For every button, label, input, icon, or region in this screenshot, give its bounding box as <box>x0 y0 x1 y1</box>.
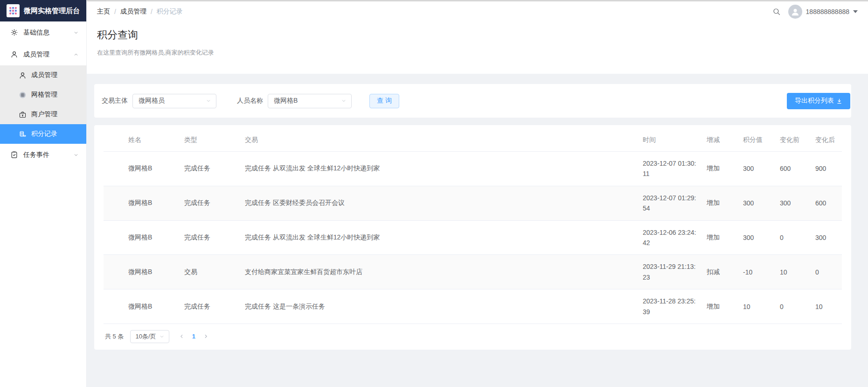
breadcrumb-separator: / <box>114 8 116 15</box>
next-page-button[interactable] <box>199 330 212 343</box>
cell-type: 完成任务 <box>180 220 240 255</box>
cell-type: 完成任务 <box>180 289 240 324</box>
caret-down-icon <box>853 10 858 13</box>
cell-time: 2023-11-28 23:25:39 <box>638 289 702 324</box>
person-select[interactable]: 微网格B <box>268 94 352 108</box>
sidebar: 微网实格管理后台 基础信息 成员管理 成员管理 <box>0 0 87 387</box>
user-menu[interactable]: 188888888888 <box>788 5 858 19</box>
cell-direction: 增加 <box>702 289 738 324</box>
table-row: 微网格B 完成任务 完成任务 从双流出发 全球生鲜12小时快递到家 2023-1… <box>104 152 842 186</box>
chevron-left-icon <box>179 333 185 339</box>
chevron-down-icon <box>206 98 211 104</box>
cell-name: 微网格B <box>104 255 180 289</box>
magnifier-icon <box>772 7 781 16</box>
col-header-direction: 增减 <box>702 129 738 152</box>
cell-points: 10 <box>738 289 775 324</box>
subject-select[interactable]: 微网格员 <box>132 94 216 108</box>
cell-transaction: 完成任务 从双流出发 全球生鲜12小时快递到家 <box>240 220 638 255</box>
table-row: 微网格B 完成任务 完成任务 这是一条演示任务 2023-11-28 23:25… <box>104 289 842 324</box>
app-root: 微网实格管理后台 基础信息 成员管理 成员管理 <box>0 0 868 387</box>
cell-name: 微网格B <box>104 289 180 324</box>
cell-time: 2023-12-07 01:29:54 <box>638 186 702 220</box>
points-table: 姓名 类型 交易 时间 增减 积分值 变化前 变化后 微网格B <box>104 129 842 324</box>
sidebar-subitem-grid-management[interactable]: 网格管理 <box>0 85 86 105</box>
sidebar-subitem-points-records[interactable]: 积分记录 <box>0 124 86 144</box>
cell-name: 微网格B <box>104 220 180 255</box>
avatar <box>788 5 802 19</box>
table-header-row: 姓名 类型 交易 时间 增减 积分值 变化前 变化后 <box>104 129 842 152</box>
chevron-up-icon <box>73 52 79 57</box>
pagination-total: 共 5 条 <box>105 332 124 341</box>
sidebar-item-task-events[interactable]: 任务事件 <box>0 144 86 166</box>
page-size-value: 10条/页 <box>135 332 156 341</box>
col-header-after: 变化后 <box>811 129 842 152</box>
points-table-panel: 姓名 类型 交易 时间 增减 积分值 变化前 变化后 微网格B <box>94 125 851 350</box>
cell-before: 0 <box>775 220 811 255</box>
breadcrumb-home[interactable]: 主页 <box>97 7 110 16</box>
cell-type: 完成任务 <box>180 152 240 186</box>
sidebar-subitem-members[interactable]: 成员管理 <box>0 65 86 85</box>
col-header-transaction: 交易 <box>240 129 638 152</box>
page-title: 积分查询 <box>97 28 857 42</box>
subject-select-value: 微网格员 <box>139 97 206 105</box>
mesh-grid-icon <box>7 4 20 17</box>
cell-points: -10 <box>738 255 775 289</box>
cell-name: 微网格B <box>104 186 180 220</box>
coins-icon <box>19 130 27 138</box>
subject-filter-label: 交易主体 <box>102 97 128 105</box>
user-phone: 188888888888 <box>806 8 849 15</box>
main-area: 主页 / 成员管理 / 积分记录 18 <box>87 0 868 387</box>
cell-transaction: 支付给商家宜菜宜家生鲜百货超市东叶店 <box>240 255 638 289</box>
cell-name: 微网格B <box>104 152 180 186</box>
search-button[interactable] <box>772 7 781 16</box>
sidebar-subitem-label: 网格管理 <box>31 91 57 99</box>
topbar: 主页 / 成员管理 / 积分记录 18 <box>87 1 868 21</box>
export-points-button[interactable]: 导出积分列表 <box>787 93 850 109</box>
cell-after: 600 <box>811 186 842 220</box>
breadcrumb-section[interactable]: 成员管理 <box>120 7 146 16</box>
cell-after: 0 <box>811 255 842 289</box>
page-header: 积分查询 在这里查询所有微网格员,商家的积变化记录 <box>87 21 868 74</box>
clipboard-check-icon <box>10 151 18 159</box>
sidebar-subitem-label: 积分记录 <box>31 130 57 138</box>
prev-page-button[interactable] <box>175 330 188 343</box>
sidebar-item-member-management[interactable]: 成员管理 <box>0 43 86 65</box>
cell-direction: 增加 <box>702 152 738 186</box>
cell-points: 300 <box>738 220 775 255</box>
table-row: 微网格B 完成任务 完成任务 区委财经委员会召开会议 2023-12-07 01… <box>104 186 842 220</box>
app-title: 微网实格管理后台 <box>24 7 80 15</box>
download-icon <box>836 98 842 104</box>
user-icon <box>10 50 18 58</box>
person-select-value: 微网格B <box>274 97 341 105</box>
cell-before: 10 <box>775 255 811 289</box>
query-button[interactable]: 查 询 <box>369 94 399 108</box>
page-number-1[interactable]: 1 <box>188 333 199 340</box>
breadcrumb-separator: / <box>151 8 153 15</box>
breadcrumb-current: 积分记录 <box>157 7 183 16</box>
chevron-down-icon <box>341 98 347 104</box>
col-header-points: 积分值 <box>738 129 775 152</box>
page-subtitle: 在这里查询所有微网格员,商家的积变化记录 <box>97 49 857 57</box>
grid-circle-icon <box>19 91 27 99</box>
cell-time: 2023-12-06 23:24:42 <box>638 220 702 255</box>
cell-transaction: 完成任务 这是一条演示任务 <box>240 289 638 324</box>
chevron-right-icon <box>203 333 209 339</box>
cell-before: 600 <box>775 152 811 186</box>
cell-time: 2023-12-07 01:30:11 <box>638 152 702 186</box>
cell-after: 900 <box>811 152 842 186</box>
cell-type: 完成任务 <box>180 186 240 220</box>
person-filter-label: 人员名称 <box>237 97 263 105</box>
col-header-before: 变化前 <box>775 129 811 152</box>
col-header-time: 时间 <box>638 129 702 152</box>
sidebar-subitem-label: 成员管理 <box>31 71 57 79</box>
col-header-name: 姓名 <box>104 129 180 152</box>
chevron-down-icon <box>159 334 165 339</box>
gear-icon <box>10 28 18 36</box>
sidebar-item-label: 基础信息 <box>23 28 68 37</box>
page-size-select[interactable]: 10条/页 <box>130 330 169 343</box>
cell-points: 300 <box>738 186 775 220</box>
export-button-label: 导出积分列表 <box>795 97 834 105</box>
member-submenu: 成员管理 网格管理 商户管理 <box>0 65 86 144</box>
sidebar-subitem-merchant-management[interactable]: 商户管理 <box>0 105 86 124</box>
sidebar-item-basic-info[interactable]: 基础信息 <box>0 21 86 43</box>
